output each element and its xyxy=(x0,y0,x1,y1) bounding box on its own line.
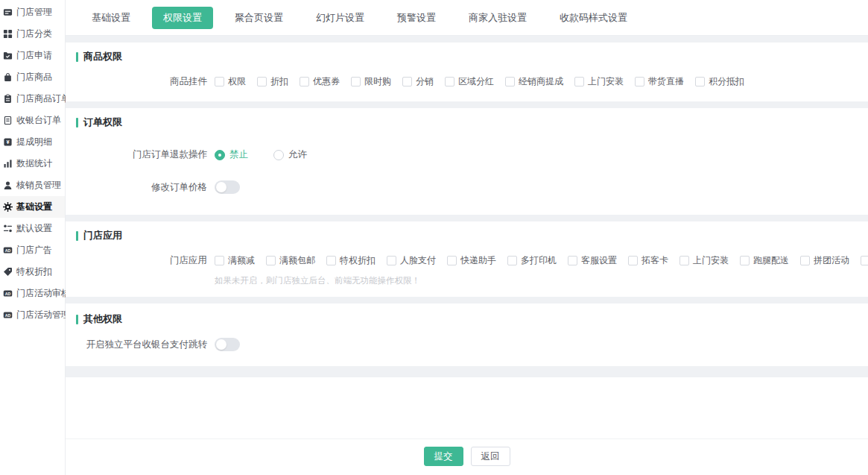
clipboard-icon xyxy=(2,94,13,104)
checkbox-label: 经销商提成 xyxy=(519,75,563,88)
checkbox-option[interactable]: 快递助手 xyxy=(447,254,496,267)
checkbox-option[interactable]: 区域分红 xyxy=(445,75,494,88)
checkbox-label: 满额减 xyxy=(228,254,255,267)
sidebar-item-label: 默认设置 xyxy=(16,222,52,235)
checkbox-option[interactable]: 分销 xyxy=(402,75,434,88)
modify-order-price-toggle[interactable] xyxy=(215,180,240,194)
checkbox-label: 上门安装 xyxy=(588,75,624,88)
checkbox-option[interactable]: 经销商提成 xyxy=(505,75,563,88)
independent-cashier-redirect-toggle[interactable] xyxy=(215,338,240,351)
tab-label: 基础设置 xyxy=(92,12,130,23)
checkbox-option[interactable]: 满额包邮 xyxy=(266,254,315,267)
checkbox-label: 快递助手 xyxy=(460,254,496,267)
checkbox-icon xyxy=(387,256,396,265)
checkbox-option[interactable]: 满额减 xyxy=(215,254,255,267)
svg-text:AD: AD xyxy=(5,248,11,253)
sidebar-item[interactable]: 数据统计 xyxy=(0,153,65,174)
checkbox-option[interactable]: 权限 xyxy=(215,75,246,88)
checkbox-label: 折扣 xyxy=(270,75,288,88)
checkbox-option[interactable]: 人脸支付 xyxy=(387,254,436,267)
settings-tab[interactable]: 权限设置 xyxy=(152,7,213,29)
sidebar: 门店管理 门店分类 门店申请 门店商品 门店商品订单 xyxy=(0,0,66,475)
sidebar-item-label: 数据统计 xyxy=(16,157,52,170)
settings-tab[interactable]: 收款码样式设置 xyxy=(548,7,639,29)
sidebar-item[interactable]: 特权折扣 xyxy=(0,261,65,283)
tab-label: 商家入驻设置 xyxy=(469,12,527,23)
checkbox-label: 上门安装 xyxy=(693,254,729,267)
checkbox-label: 满额包邮 xyxy=(279,254,315,267)
checkbox-option[interactable]: 拓客卡 xyxy=(628,254,668,267)
submit-button[interactable]: 提交 xyxy=(424,447,463,467)
checkbox-option[interactable]: 预约商品 xyxy=(861,254,868,267)
checkbox-option[interactable]: 优惠券 xyxy=(300,75,340,88)
checkbox-icon xyxy=(447,256,457,265)
checkbox-label: 多打印机 xyxy=(521,254,557,267)
checkbox-icon xyxy=(800,256,810,265)
checkbox-icon xyxy=(326,256,336,265)
sidebar-item[interactable]: AD 门店广告 xyxy=(0,239,65,261)
checkbox-label: 分销 xyxy=(416,75,434,88)
radio-icon xyxy=(215,150,225,160)
svg-text:AD: AD xyxy=(5,313,11,318)
sidebar-item-label: 门店广告 xyxy=(16,244,52,257)
settings-tab[interactable]: 基础设置 xyxy=(80,7,142,29)
tab-label: 权限设置 xyxy=(163,12,202,23)
checkbox-option[interactable]: 特权折扣 xyxy=(326,254,376,267)
sidebar-item[interactable]: 门店管理 xyxy=(0,1,65,23)
sidebar-item[interactable]: 门店商品订单 xyxy=(0,88,65,110)
checkbox-option[interactable]: 积分抵扣 xyxy=(695,75,744,88)
tab-label: 幻灯片设置 xyxy=(316,12,364,23)
sidebar-item[interactable]: 门店分类 xyxy=(0,23,65,45)
checkbox-icon xyxy=(505,77,515,86)
person-icon xyxy=(2,180,13,191)
sidebar-item[interactable]: 门店商品 xyxy=(0,66,65,88)
field-label: 门店应用 xyxy=(76,254,207,267)
tab-label: 聚合页设置 xyxy=(235,12,283,23)
checkbox-option[interactable]: 跑腿配送 xyxy=(740,254,789,267)
sidebar-item-label: 门店管理 xyxy=(16,6,52,19)
checkbox-option[interactable]: 上门安装 xyxy=(679,254,729,267)
sidebar-item[interactable]: 默认设置 xyxy=(0,218,65,239)
checkbox-label: 权限 xyxy=(228,75,246,88)
sidebar-item[interactable]: 核销员管理 xyxy=(0,174,65,196)
radio-option[interactable]: 允许 xyxy=(273,148,307,161)
section-title: 门店应用 xyxy=(76,229,858,242)
sidebar-item-label: 门店申请 xyxy=(16,49,52,62)
sidebar-item[interactable]: AD 门店活动管理 xyxy=(0,304,65,326)
sidebar-item[interactable]: ¥ 提成明细 xyxy=(0,131,65,153)
back-button[interactable]: 返回 xyxy=(471,447,510,467)
checkbox-option[interactable]: 客服设置 xyxy=(568,254,617,267)
checkbox-icon xyxy=(679,256,689,265)
section-title: 订单权限 xyxy=(76,116,858,129)
section-product-permissions: 商品权限 商品挂件 权限 折扣 xyxy=(66,43,868,101)
sidebar-item[interactable]: AD 门店活动审核 xyxy=(0,283,65,304)
checkbox-icon xyxy=(300,77,309,86)
checkbox-option[interactable]: 带货直播 xyxy=(635,75,684,88)
settings-tab[interactable]: 聚合页设置 xyxy=(224,7,294,29)
checkbox-option[interactable]: 拼团活动 xyxy=(800,254,849,267)
checkbox-option[interactable]: 折扣 xyxy=(257,75,288,88)
sidebar-item[interactable]: 基础设置 xyxy=(0,196,65,218)
sidebar-item-label: 门店分类 xyxy=(16,28,52,40)
checkbox-label: 跑腿配送 xyxy=(753,254,789,267)
checkbox-icon xyxy=(402,77,412,86)
checkbox-option[interactable]: 多打印机 xyxy=(507,254,557,267)
sidebar-item[interactable]: 门店申请 xyxy=(0,45,65,66)
bag-icon xyxy=(2,72,13,83)
settings-tab[interactable]: 预警设置 xyxy=(386,7,447,29)
sidebar-item-label: 提成明细 xyxy=(16,136,52,148)
checkbox-icon xyxy=(445,77,454,86)
checkbox-option[interactable]: 限时购 xyxy=(351,75,391,88)
sidebar-item[interactable]: 收银台订单 xyxy=(0,110,65,131)
checkbox-label: 特权折扣 xyxy=(340,254,376,267)
sidebar-item-label: 特权折扣 xyxy=(16,265,52,278)
sidebar-item-label: 门店商品订单 xyxy=(16,92,70,105)
sliders-icon xyxy=(2,224,13,234)
radio-option[interactable]: 禁止 xyxy=(215,148,248,161)
settings-tab[interactable]: 幻灯片设置 xyxy=(305,7,376,29)
checkbox-option[interactable]: 上门安装 xyxy=(574,75,624,88)
checkbox-icon xyxy=(215,77,224,86)
settings-tab[interactable]: 商家入驻设置 xyxy=(457,7,538,29)
radio-label: 允许 xyxy=(288,148,307,161)
sidebar-item-label: 门店活动审核 xyxy=(16,287,70,300)
